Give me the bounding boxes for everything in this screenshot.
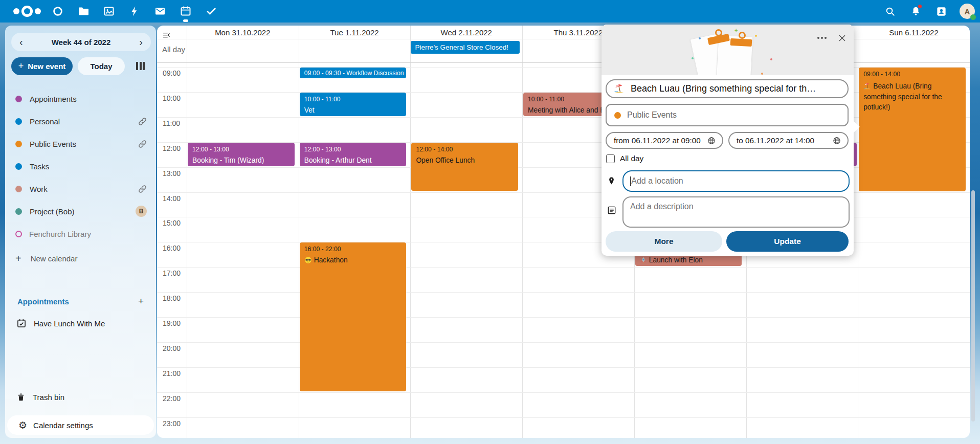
new-event-label: New event xyxy=(28,62,65,71)
trash-bin-item[interactable]: Trash bin xyxy=(5,386,156,408)
timezone-globe-icon[interactable] xyxy=(707,136,716,145)
sidebar-calendar-item[interactable]: Project (Bob)B xyxy=(5,200,156,223)
sidebar-calendar-item[interactable]: Public Events xyxy=(5,132,156,155)
collapse-all-day-icon[interactable] xyxy=(162,31,170,39)
description-input[interactable]: Add a description xyxy=(622,196,850,228)
sidebar-calendar-item[interactable]: Personal xyxy=(5,110,156,132)
time-label: 09:00 xyxy=(163,69,181,77)
gear-icon: ⚙ xyxy=(18,420,27,430)
event-title-text: Hackathon xyxy=(314,256,348,264)
shared-link-icon[interactable] xyxy=(138,185,147,193)
event-title-text: Launch with Elon xyxy=(649,256,703,264)
calendar-event[interactable]: 12:00 - 14:00Open Office Lunch xyxy=(411,143,518,191)
appointment-item[interactable]: Have Lunch With Me xyxy=(5,312,156,335)
calendar-settings-label: Calendar settings xyxy=(33,421,93,430)
calendar-name: Public Events xyxy=(30,140,138,148)
more-button[interactable]: More xyxy=(606,231,722,252)
confetti xyxy=(699,37,701,39)
rocket-emoji xyxy=(640,256,647,264)
new-event-button[interactable]: + New event xyxy=(11,57,73,75)
update-button-label: Update xyxy=(774,237,801,246)
calendar-color-dot xyxy=(15,118,22,125)
more-button-label: More xyxy=(654,237,673,246)
event-time: 16:00 - 22:00 xyxy=(304,246,341,253)
event-time: 12:00 - 14:00 xyxy=(416,146,453,153)
user-avatar[interactable]: A xyxy=(960,4,975,19)
event-title-text: Open Office Lunch xyxy=(416,157,475,164)
calendar-event[interactable]: 16:00 - 22:00Hackathon xyxy=(300,242,407,391)
event-editor-popup: + Beach Luau (Bring something special fo… xyxy=(602,25,854,256)
next-week-button[interactable]: › xyxy=(139,37,143,47)
checkbox-icon[interactable] xyxy=(606,154,615,163)
appointment-label: Have Lunch With Me xyxy=(34,319,105,328)
all-day-checkbox[interactable]: All day xyxy=(606,154,643,163)
description-icon xyxy=(607,205,617,215)
event-title-text: Meeting with Alice and B xyxy=(528,106,605,114)
nextcloud-logo[interactable] xyxy=(11,4,43,18)
location-input[interactable]: Add a location xyxy=(622,170,850,192)
time-label: 16:00 xyxy=(163,244,181,252)
top-bar: A xyxy=(0,0,980,23)
day-header[interactable]: Mon 31.10.2022 xyxy=(187,28,299,37)
calendar-event[interactable]: 12:00 - 13:00Booking - Arthur Dent xyxy=(300,143,407,166)
add-appointment-button[interactable]: + xyxy=(138,296,144,307)
day-header[interactable]: Sun 6.11.2022 xyxy=(858,28,970,37)
calendar-picker[interactable]: Public Events xyxy=(606,104,849,126)
hour-line xyxy=(157,317,970,318)
notification-badge xyxy=(918,5,922,8)
calendar-event[interactable]: 09:00 - 14:00Beach Luau (Bring something… xyxy=(859,68,966,191)
day-header[interactable]: Tue 1.11.2022 xyxy=(299,28,411,37)
close-icon[interactable] xyxy=(836,32,848,44)
calendar-event[interactable]: 09:00 - 09:30 - Workflow Discussion xyxy=(300,68,407,78)
scrollbar-thumb[interactable] xyxy=(971,190,975,421)
week-label: Week 44 of 2022 xyxy=(52,38,111,47)
calendar-event[interactable]: 10:00 - 11:00Vet xyxy=(300,93,407,116)
event-title: Hackathon xyxy=(304,256,404,264)
calendar-event[interactable]: 12:00 - 13:00Booking - Tim (Wizard) xyxy=(188,143,295,166)
sidebar-calendar-item[interactable]: Appointments xyxy=(5,87,156,110)
search-icon[interactable] xyxy=(883,4,897,18)
notifications-bell-icon[interactable] xyxy=(908,4,923,18)
confetti xyxy=(692,57,694,59)
today-button[interactable]: Today xyxy=(78,57,125,75)
day-header[interactable]: Wed 2.11.2022 xyxy=(410,28,522,37)
calendar-settings-button[interactable]: ⚙ Calendar settings xyxy=(7,415,154,435)
event-title-input[interactable]: Beach Luau (Bring something special for … xyxy=(606,79,849,98)
files-app-icon[interactable] xyxy=(76,4,90,19)
popup-illustration-header: + xyxy=(602,25,854,75)
start-datetime-input[interactable]: from 06.11.2022 at 09:00 xyxy=(606,132,723,149)
calendar-color-dot xyxy=(614,112,621,119)
update-button[interactable]: Update xyxy=(726,231,849,252)
shared-link-icon[interactable] xyxy=(138,140,147,148)
all-day-event[interactable]: Pierre's General Store Closed! xyxy=(411,41,520,54)
event-time: 12:00 - 13:00 xyxy=(304,146,341,153)
sidebar-calendar-item[interactable]: Work xyxy=(5,177,156,200)
hour-line xyxy=(157,267,970,268)
week-view-icon[interactable] xyxy=(136,62,145,70)
end-datetime-input[interactable]: to 06.11.2022 at 14:00 xyxy=(728,132,849,149)
time-label: 21:00 xyxy=(163,369,181,378)
more-options-icon[interactable] xyxy=(815,35,829,41)
sunglasses-emoji xyxy=(304,256,312,264)
circle-app-icon[interactable] xyxy=(51,4,64,19)
new-calendar-button[interactable]: + New calendar xyxy=(5,247,156,270)
sidebar-calendar-item[interactable]: Fenchurch Library xyxy=(5,223,156,245)
confetti xyxy=(761,73,763,75)
confetti xyxy=(755,35,757,37)
photos-app-icon[interactable] xyxy=(102,4,116,19)
time-label: 12:00 xyxy=(163,144,181,152)
previous-week-button[interactable]: ‹ xyxy=(19,37,23,47)
mail-app-icon[interactable] xyxy=(153,4,167,19)
shared-link-icon[interactable] xyxy=(138,117,147,126)
appointments-header-label: Appointments xyxy=(17,297,69,306)
calendar-app-icon[interactable] xyxy=(179,4,192,19)
timezone-globe-icon[interactable] xyxy=(832,136,841,145)
sidebar-calendar-item[interactable]: Tasks xyxy=(5,155,156,177)
activity-app-icon[interactable] xyxy=(127,4,141,19)
plus-icon: + xyxy=(18,61,24,72)
tasks-app-icon[interactable] xyxy=(204,4,218,19)
contacts-icon[interactable] xyxy=(934,4,948,18)
new-calendar-label: New calendar xyxy=(31,254,78,263)
active-app-indicator xyxy=(183,19,188,22)
confetti xyxy=(770,58,772,60)
